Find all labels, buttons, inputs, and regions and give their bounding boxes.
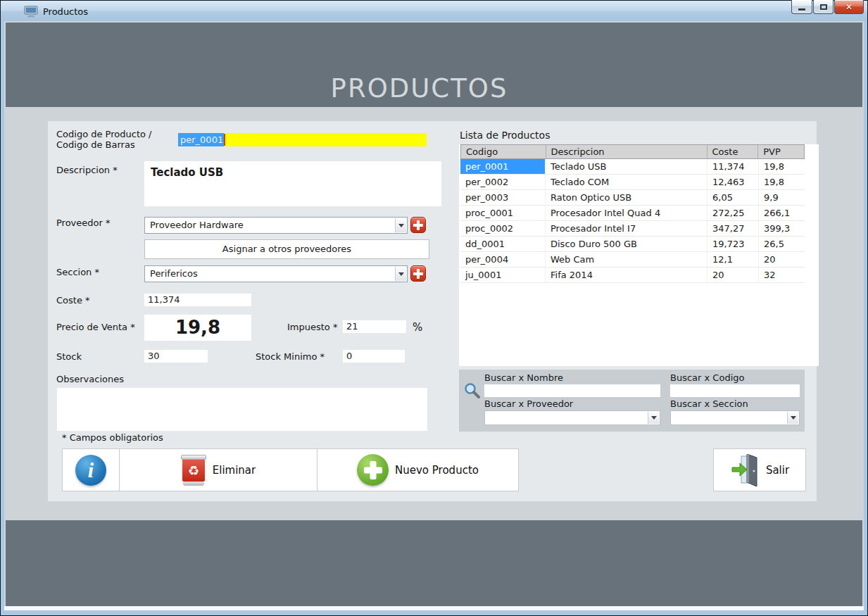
page-title: PRODUCTOS: [6, 73, 862, 103]
impuesto-label: Impuesto *: [287, 322, 337, 332]
column-header-descripcion[interactable]: Descripcion: [546, 145, 707, 158]
seccion-select[interactable]: Perifericos: [144, 265, 408, 282]
table-row[interactable]: proc_0002Procesador Intel I7347,27399,3: [460, 221, 805, 237]
table-cell[interactable]: Procesador Intel I7: [546, 221, 707, 237]
column-header-coste[interactable]: Coste: [707, 145, 759, 158]
observaciones-label: Observaciones: [56, 374, 124, 384]
table-cell[interactable]: 20: [707, 268, 759, 283]
table-cell[interactable]: Raton Optico USB: [546, 190, 707, 206]
product-table-body: per_0001Teclado USB11,37419,8per_0002Tec…: [460, 159, 805, 283]
table-cell[interactable]: Web Cam: [546, 252, 707, 268]
table-cell[interactable]: Fifa 2014: [546, 268, 707, 283]
table-cell[interactable]: dd_0001: [460, 237, 546, 252]
descripcion-label: Descripcion *: [56, 165, 118, 175]
table-cell[interactable]: proc_0002: [460, 221, 546, 237]
stock-minimo-input[interactable]: 0: [343, 350, 405, 363]
table-row[interactable]: per_0003Raton Optico USB6,059,9: [460, 190, 805, 206]
eliminar-button[interactable]: ♻ Eliminar: [120, 449, 317, 491]
buscar-codigo-label: Buscar x Codigo: [670, 372, 744, 383]
titlebar[interactable]: Productos: [1, 1, 867, 21]
table-cell[interactable]: 32: [759, 268, 805, 283]
salir-button[interactable]: Salir: [713, 448, 806, 491]
salir-button-label: Salir: [766, 464, 789, 477]
chevron-down-icon[interactable]: [395, 218, 406, 232]
chevron-down-icon[interactable]: [648, 412, 659, 424]
column-header-pvp[interactable]: PVP: [758, 145, 804, 158]
table-cell[interactable]: ju_0001: [460, 268, 546, 283]
impuesto-input[interactable]: 21: [343, 320, 406, 333]
footer-band: [6, 520, 862, 606]
column-header-codigo[interactable]: Codigo: [461, 145, 546, 158]
table-row[interactable]: ju_0001Fifa 20142032: [460, 268, 805, 283]
table-cell[interactable]: per_0004: [460, 252, 546, 268]
table-header[interactable]: Codigo Descripcion Coste PVP: [460, 144, 805, 159]
table-cell[interactable]: 399,3: [759, 221, 805, 237]
table-cell[interactable]: 26,5: [759, 237, 805, 252]
nuevo-producto-button[interactable]: Nuevo Producto: [317, 448, 519, 491]
chevron-down-icon[interactable]: [395, 267, 406, 281]
proveedor-select[interactable]: Proveedor Hardware: [144, 217, 408, 234]
table-cell[interactable]: 19,8: [759, 175, 805, 190]
seccion-selected-value: Perifericos: [150, 268, 198, 279]
table-row[interactable]: proc_0001Procesador Intel Quad 4272,2526…: [460, 206, 805, 221]
table-cell[interactable]: per_0001: [460, 159, 546, 175]
table-row[interactable]: per_0004Web Cam12,120: [460, 252, 805, 268]
green-plus-icon: [357, 454, 389, 486]
product-table[interactable]: Codigo Descripcion Coste PVP per_0001Tec…: [459, 144, 819, 366]
table-cell[interactable]: Procesador Intel Quad 4: [546, 206, 707, 221]
table-cell[interactable]: 19,8: [759, 159, 805, 175]
table-cell[interactable]: proc_0001: [460, 206, 546, 221]
plus-icon: [413, 220, 423, 230]
table-cell[interactable]: Teclado COM: [546, 175, 707, 190]
window-title: Productos: [43, 6, 88, 17]
table-cell[interactable]: Teclado USB: [546, 159, 707, 175]
table-cell[interactable]: Disco Duro 500 GB: [546, 237, 707, 252]
magnifier-icon: [463, 382, 482, 400]
table-row[interactable]: per_0002Teclado COM12,46319,8: [460, 175, 805, 190]
add-proveedor-button[interactable]: [410, 217, 426, 233]
seccion-label: Seccion *: [56, 267, 99, 277]
info-button[interactable]: i: [63, 449, 120, 491]
maximize-button[interactable]: [813, 0, 834, 14]
observaciones-textarea[interactable]: [57, 388, 427, 431]
buscar-nombre-label: Buscar x Nombre: [484, 372, 563, 383]
table-cell[interactable]: per_0002: [460, 175, 546, 190]
table-row[interactable]: per_0001Teclado USB11,37419,8: [460, 159, 805, 175]
codigo-label: Codigo de Producto / Codigo de Barras: [56, 129, 151, 150]
table-cell[interactable]: 20: [759, 252, 805, 268]
buscar-seccion-select[interactable]: [670, 410, 800, 425]
coste-label: Coste *: [56, 295, 90, 306]
table-cell[interactable]: 19,723: [707, 237, 759, 252]
table-cell[interactable]: 347,27: [707, 221, 759, 237]
monitor-icon: [24, 6, 38, 18]
precio-venta-input[interactable]: 19,8: [144, 315, 251, 341]
close-button[interactable]: ✕: [834, 0, 864, 14]
chevron-down-icon[interactable]: [787, 412, 798, 424]
asignar-proveedores-button[interactable]: Asignar a otros proveedores: [144, 239, 429, 259]
table-cell[interactable]: 9,9: [759, 190, 805, 206]
table-cell[interactable]: 272,25: [707, 206, 759, 221]
impuesto-unit: %: [413, 321, 422, 334]
coste-input[interactable]: 11,374: [144, 294, 251, 306]
plus-icon: [413, 269, 423, 279]
table-cell[interactable]: 266,1: [759, 206, 805, 221]
codigo-input[interactable]: per_0001: [178, 133, 427, 146]
campos-obligatorios-note: * Campos obligatorios: [62, 432, 163, 443]
search-panel: Buscar x Nombre Buscar x Codigo Buscar x…: [459, 370, 805, 432]
table-cell[interactable]: 6,05: [707, 190, 759, 206]
text-caret: [224, 134, 225, 146]
buscar-codigo-input[interactable]: [670, 384, 800, 397]
eliminar-button-label: Eliminar: [213, 464, 256, 477]
buscar-proveedor-select[interactable]: [484, 410, 660, 425]
table-cell[interactable]: 12,1: [707, 252, 759, 268]
descripcion-input[interactable]: Teclado USB: [144, 161, 441, 206]
add-seccion-button[interactable]: [410, 265, 426, 282]
stock-input[interactable]: 30: [144, 350, 208, 363]
minimize-button[interactable]: [791, 0, 812, 14]
table-cell[interactable]: 12,463: [707, 175, 759, 190]
table-row[interactable]: dd_0001Disco Duro 500 GB19,72326,5: [460, 237, 805, 252]
table-cell[interactable]: per_0003: [460, 190, 546, 206]
table-cell[interactable]: 11,374: [707, 159, 759, 175]
buscar-nombre-input[interactable]: [484, 384, 660, 397]
minimize-icon: [798, 8, 805, 11]
